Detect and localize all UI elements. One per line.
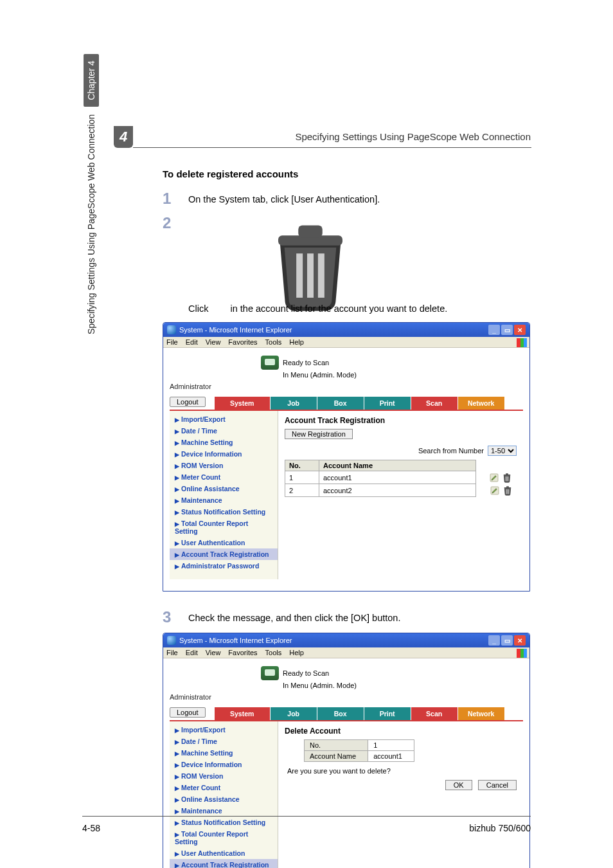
menu-tools[interactable]: Tools — [265, 338, 282, 346]
menu-tools[interactable]: Tools — [265, 649, 282, 656]
sidebar-item-user-authentication[interactable]: ▶User Authentication — [170, 537, 278, 548]
close-button[interactable]: ✕ — [514, 635, 526, 646]
tab-bar: System Job Box Print Scan Network — [215, 397, 505, 410]
step-2-text: Click in the account list for the accoun… — [188, 214, 447, 316]
main-title: Account Track Registration — [285, 416, 517, 425]
sidebar-item-date-time[interactable]: ▶Date / Time — [170, 425, 278, 437]
menu-favorites[interactable]: Favorites — [228, 649, 257, 656]
sidebar-item-device-information[interactable]: ▶Device Information — [170, 759, 278, 770]
side-vertical-label: Specifying Settings Using PageScope Web … — [84, 0, 99, 334]
menu-edit[interactable]: Edit — [186, 649, 198, 656]
tab-network[interactable]: Network — [458, 707, 505, 720]
menu-file[interactable]: File — [166, 338, 178, 346]
search-from-number-label: Search from Number — [418, 447, 484, 455]
ie-titlebar: System - Microsoft Internet Explorer _ ▭… — [163, 633, 529, 647]
delete-icon[interactable] — [502, 485, 513, 496]
tab-system[interactable]: System — [215, 397, 271, 410]
trash-icon — [214, 217, 224, 229]
col-account-name: Account Name — [319, 460, 476, 471]
sidebar-item-user-authentication[interactable]: ▶User Authentication — [170, 847, 278, 859]
status-ready: Ready to Scan — [283, 359, 329, 366]
header-title: Specifying Settings Using PageScope Web … — [295, 131, 531, 142]
sidebar-item-meter-count[interactable]: ▶Meter Count — [170, 782, 278, 793]
sidebar-item-online-assistance[interactable]: ▶Online Assistance — [170, 483, 278, 494]
table-row: 1 account1 — [285, 471, 517, 484]
sidebar-item-maintenance[interactable]: ▶Maintenance — [170, 494, 278, 506]
tab-system[interactable]: System — [215, 707, 271, 720]
sidebar-item-status-notification[interactable]: ▶Status Notification Setting — [170, 506, 278, 518]
sidebar-item-online-assistance[interactable]: ▶Online Assistance — [170, 793, 278, 805]
status-mode: In Menu (Admin. Mode) — [283, 682, 357, 689]
menu-edit[interactable]: Edit — [186, 338, 198, 346]
menu-help[interactable]: Help — [289, 649, 304, 656]
del-name-label: Account Name — [305, 751, 368, 762]
maximize-button[interactable]: ▭ — [501, 635, 513, 646]
sidebar-item-administrator-password[interactable]: ▶Administrator Password — [170, 560, 278, 572]
sidebar-item-machine-setting[interactable]: ▶Machine Setting — [170, 437, 278, 448]
sidebar-item-device-information[interactable]: ▶Device Information — [170, 448, 278, 460]
sidebar-item-rom-version[interactable]: ▶ROM Version — [170, 770, 278, 782]
ie-window-1: System - Microsoft Internet Explorer _ ▭… — [163, 322, 530, 592]
ie-logo-icon — [167, 325, 176, 334]
chapter-number-tab: 4 — [114, 126, 133, 148]
sidebar-item-total-counter-report[interactable]: ▶Total Counter Report Setting — [170, 828, 278, 847]
sidebar-item-machine-setting[interactable]: ▶Machine Setting — [170, 747, 278, 759]
sidebar-item-status-notification[interactable]: ▶Status Notification Setting — [170, 817, 278, 828]
step-2-number: 2 — [163, 214, 188, 232]
tab-job[interactable]: Job — [271, 707, 317, 720]
header-rule — [133, 147, 531, 148]
search-range-select[interactable]: 1-50 — [488, 446, 517, 456]
product-name: bizhub 750/600 — [469, 823, 531, 833]
sidebar-item-meter-count[interactable]: ▶Meter Count — [170, 471, 278, 483]
sidebar-item-import-export[interactable]: ▶Import/Export — [170, 724, 278, 736]
ie-menubar: File Edit View Favorites Tools Help — [163, 337, 529, 348]
col-no: No. — [285, 460, 319, 471]
step-1-text: On the System tab, click [User Authentic… — [188, 190, 380, 206]
edit-icon[interactable] — [489, 473, 499, 483]
menu-help[interactable]: Help — [289, 338, 304, 346]
edit-icon[interactable] — [490, 485, 500, 496]
logout-button[interactable]: Logout — [170, 397, 206, 407]
menu-view[interactable]: View — [206, 338, 221, 346]
tab-print[interactable]: Print — [364, 707, 411, 720]
minimize-button[interactable]: _ — [488, 325, 500, 335]
sidebar: ▶Import/Export ▶Date / Time ▶Machine Set… — [170, 411, 278, 579]
menu-favorites[interactable]: Favorites — [228, 338, 257, 346]
administrator-label: Administrator — [170, 693, 523, 701]
ie-flag-icon — [517, 338, 527, 347]
sidebar-item-account-track-registration[interactable]: ▶Account Track Registration — [170, 859, 278, 868]
delete-icon[interactable] — [502, 473, 512, 483]
sidebar-item-total-counter-report[interactable]: ▶Total Counter Report Setting — [170, 518, 278, 537]
tab-scan[interactable]: Scan — [411, 707, 458, 720]
menu-file[interactable]: File — [166, 649, 178, 656]
ok-button[interactable]: OK — [445, 780, 472, 790]
menu-view[interactable]: View — [206, 649, 221, 656]
step-3-number: 3 — [163, 608, 188, 626]
table-row: 2 account2 — [285, 484, 517, 497]
minimize-button[interactable]: _ — [488, 635, 500, 646]
tab-scan[interactable]: Scan — [411, 397, 458, 410]
new-registration-button[interactable]: New Registration — [285, 429, 353, 439]
ie-titlebar: System - Microsoft Internet Explorer _ ▭… — [163, 323, 529, 337]
footer-rule — [82, 816, 531, 817]
tab-job[interactable]: Job — [271, 397, 317, 410]
tab-bar: System Job Box Print Scan Network — [215, 707, 505, 720]
close-button[interactable]: ✕ — [514, 325, 526, 335]
printer-status-icon — [261, 666, 279, 680]
sidebar-item-account-track-registration[interactable]: ▶Account Track Registration — [170, 548, 278, 560]
tab-network[interactable]: Network — [458, 397, 505, 410]
sidebar-item-import-export[interactable]: ▶Import/Export — [170, 413, 278, 425]
del-no-value: 1 — [368, 740, 414, 751]
step-2-text-b: in the account list for the account you … — [230, 303, 447, 314]
tab-box[interactable]: Box — [317, 707, 364, 720]
sidebar-item-date-time[interactable]: ▶Date / Time — [170, 736, 278, 747]
cancel-button[interactable]: Cancel — [478, 780, 517, 790]
tab-box[interactable]: Box — [317, 397, 364, 410]
tab-print[interactable]: Print — [364, 397, 411, 410]
maximize-button[interactable]: ▭ — [501, 325, 513, 335]
sidebar-item-rom-version[interactable]: ▶ROM Version — [170, 460, 278, 471]
sidebar-item-maintenance[interactable]: ▶Maintenance — [170, 805, 278, 817]
delete-details-table: No. 1 Account Name account1 — [304, 739, 414, 762]
side-vertical-chapter: Chapter 4 — [84, 54, 99, 106]
logout-button[interactable]: Logout — [170, 707, 206, 718]
